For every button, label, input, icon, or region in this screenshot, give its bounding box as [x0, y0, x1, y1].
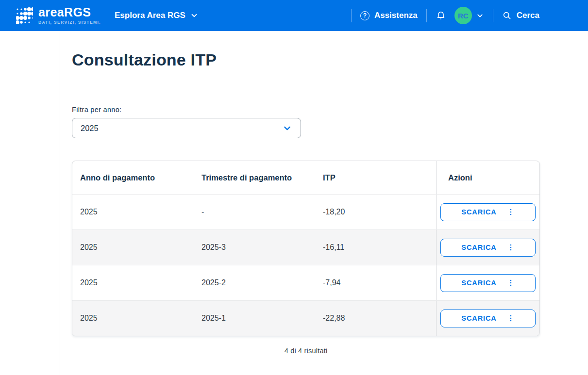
header-divider — [493, 9, 493, 22]
brand-tagline: DATI, SERVIZI, SISTEMI. — [38, 20, 101, 25]
brand-logo[interactable]: areaRGS DATI, SERVIZI, SISTEMI. — [16, 6, 101, 25]
cell-azioni: SCARICA — [436, 265, 539, 300]
scarica-label: SCARICA — [461, 244, 496, 251]
year-filter-value: 2025 — [81, 124, 99, 133]
cell-azioni: SCARICA — [436, 195, 539, 229]
cell-trimestre: 2025-3 — [194, 230, 315, 265]
scarica-button[interactable]: SCARICA — [440, 310, 536, 327]
results-count: 4 di 4 risultati — [72, 347, 540, 355]
scarica-button[interactable]: SCARICA — [440, 203, 536, 221]
kebab-menu-icon[interactable] — [507, 208, 515, 216]
cell-anno: 2025 — [72, 265, 194, 300]
scarica-button[interactable]: SCARICA — [440, 239, 536, 257]
column-header-azioni: Azioni — [436, 161, 539, 194]
cell-anno: 2025 — [72, 195, 194, 229]
cell-azioni: SCARICA — [436, 230, 539, 265]
itp-table: Anno di pagamento Trimestre di pagamento… — [72, 161, 540, 336]
help-glyph: ? — [363, 13, 367, 18]
cell-trimestre: 2025-2 — [194, 265, 315, 300]
search-icon — [502, 11, 512, 20]
table-row: 2025 2025-3 -16,11 SCARICA — [72, 229, 539, 265]
cell-itp: -16,11 — [315, 230, 436, 265]
table-row: 2025 - -18,20 SCARICA — [72, 194, 539, 229]
scarica-label: SCARICA — [461, 208, 496, 216]
scarica-label: SCARICA — [461, 279, 496, 287]
scarica-button[interactable]: SCARICA — [440, 274, 536, 292]
cell-itp: -22,88 — [315, 301, 436, 336]
brand-wordmark: areaRGS DATI, SERVIZI, SISTEMI. — [38, 6, 101, 25]
search-label: Cerca — [517, 11, 539, 20]
notifications-button[interactable] — [436, 10, 446, 21]
kebab-menu-icon[interactable] — [507, 279, 515, 287]
chevron-down-icon — [282, 123, 292, 133]
cell-azioni: SCARICA — [436, 301, 539, 336]
chevron-down-icon — [190, 11, 199, 20]
header-divider — [426, 9, 427, 22]
column-header-anno: Anno di pagamento — [72, 161, 194, 194]
kebab-menu-icon[interactable] — [507, 244, 515, 251]
column-header-trimestre: Trimestre di pagamento — [194, 161, 315, 194]
dot-grid-logo-icon — [16, 7, 33, 25]
app-header: areaRGS DATI, SERVIZI, SISTEMI. Esplora … — [0, 0, 588, 31]
assistance-button[interactable]: ? Assistenza — [360, 11, 418, 20]
cell-itp: -18,20 — [315, 195, 436, 229]
chevron-down-icon — [476, 12, 484, 20]
kebab-menu-icon[interactable] — [507, 314, 515, 322]
table-row: 2025 2025-2 -7,94 SCARICA — [72, 265, 539, 300]
avatar: RC — [454, 7, 472, 24]
cell-itp: -7,94 — [315, 265, 436, 300]
year-filter-label: Filtra per anno: — [72, 106, 588, 114]
notification-bell-icon — [436, 10, 446, 21]
user-menu-button[interactable]: RC — [454, 7, 484, 24]
main-content: Consultazione ITP Filtra per anno: 2025 … — [60, 31, 588, 375]
cell-anno: 2025 — [72, 301, 194, 336]
search-button[interactable]: Cerca — [502, 11, 539, 20]
header-right-group: ? Assistenza RC Cerca — [342, 7, 539, 24]
cell-anno: 2025 — [72, 230, 194, 265]
cell-trimestre: - — [194, 195, 315, 229]
column-header-itp: ITP — [315, 161, 436, 194]
help-circle-icon: ? — [360, 11, 370, 20]
assistance-label: Assistenza — [374, 11, 418, 20]
header-divider — [351, 9, 352, 22]
scarica-label: SCARICA — [461, 314, 496, 322]
year-filter-select[interactable]: 2025 — [72, 118, 301, 138]
explore-menu-button[interactable]: Esplora Area RGS — [115, 11, 199, 20]
page-title: Consultazione ITP — [72, 50, 588, 69]
explore-menu-label: Esplora Area RGS — [115, 11, 185, 20]
table-row: 2025 2025-1 -22,88 SCARICA — [72, 300, 539, 336]
brand-name: areaRGS — [38, 6, 101, 18]
table-header-row: Anno di pagamento Trimestre di pagamento… — [72, 161, 539, 194]
cell-trimestre: 2025-1 — [194, 301, 315, 336]
